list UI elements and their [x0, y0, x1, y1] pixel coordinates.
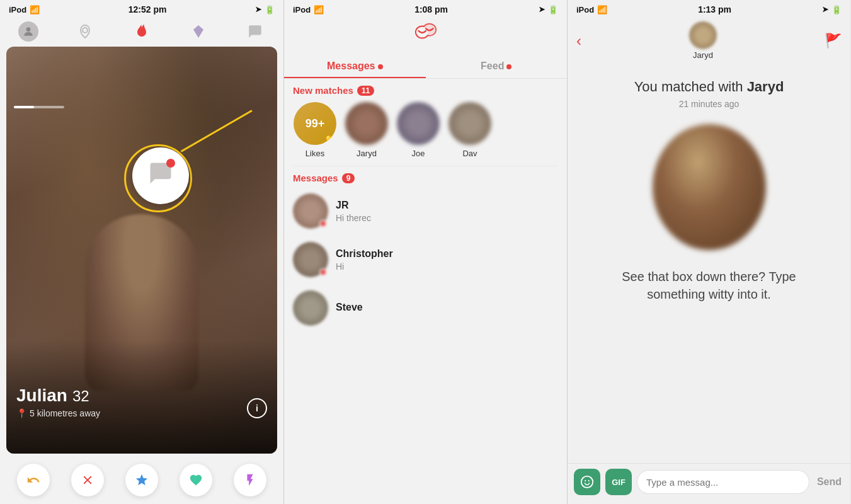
msg-content-jr: JR Hi therec	[336, 200, 558, 223]
status-time-3: 1:13 pm	[698, 4, 731, 14]
card-name-row: Julian 32	[16, 386, 100, 406]
svg-point-0	[26, 27, 31, 32]
rewind-button[interactable]	[17, 464, 50, 496]
tab-messages-label: Messages	[327, 60, 375, 71]
message-input[interactable]	[637, 470, 809, 494]
status-time-2: 1:08 pm	[414, 4, 448, 14]
bolt-button[interactable]	[234, 464, 266, 496]
msg-christopher-online-dot	[319, 268, 327, 276]
chat-nav-icon[interactable]	[244, 20, 266, 43]
msg-avatar-christopher	[293, 242, 328, 277]
msg-content-christopher: Christopher Hi	[336, 248, 558, 272]
status-right-3: ➤ 🔋	[822, 5, 842, 14]
match-dav[interactable]: Dav	[448, 102, 492, 158]
tab-messages[interactable]: Messages	[284, 54, 426, 78]
flame-nav-icon[interactable]	[130, 20, 153, 43]
ipod-label-3: iPod	[576, 5, 594, 14]
diamond-nav-icon[interactable]	[187, 20, 210, 43]
battery-icon-1: 🔋	[265, 5, 275, 14]
match-headline: You matched with Jaryd	[634, 79, 784, 95]
profile-nav-icon[interactable]	[17, 20, 40, 43]
wifi-icon-2: 📶	[314, 5, 324, 14]
likes-avatar: 99+ 💛	[294, 102, 336, 145]
location-nav-icon[interactable]	[74, 20, 96, 43]
match-jaryd-label: Jaryd	[357, 149, 377, 158]
card-name: Julian	[16, 386, 67, 406]
status-bar-3: iPod 📶 1:13 pm ➤ 🔋	[568, 0, 850, 18]
card-age: 32	[72, 387, 89, 405]
location-icon-2: ➤	[539, 5, 545, 14]
status-right-1: ➤ 🔋	[255, 5, 275, 14]
match-joe-avatar	[397, 102, 440, 145]
star-button[interactable]	[125, 464, 158, 496]
match-jaryd[interactable]: Jaryd	[345, 102, 389, 158]
likes-count: 99+	[306, 117, 325, 130]
match-joe[interactable]: Joe	[396, 102, 440, 158]
svg-point-8	[585, 480, 586, 481]
match-time: 21 minutes ago	[679, 99, 740, 109]
flag-button[interactable]: 🚩	[825, 33, 842, 49]
msg-name-steve: Steve	[336, 302, 558, 313]
status-bar-1: iPod 📶 12:52 pm ➤ 🔋	[0, 0, 283, 18]
progress-fill	[14, 106, 34, 108]
screen-match-detail: iPod 📶 1:13 pm ➤ 🔋 ‹ Jaryd 🚩 You matched…	[567, 0, 850, 504]
message-item-jr[interactable]: JR Hi therec	[284, 187, 567, 236]
chat-red-dot	[166, 159, 175, 168]
tinder-chat-icon	[414, 20, 438, 49]
match-name-bold: Jaryd	[747, 79, 784, 94]
close-button[interactable]	[71, 464, 104, 496]
match-dav-avatar	[448, 102, 491, 145]
new-matches-badge: 11	[357, 86, 374, 96]
header-avatar	[689, 21, 717, 49]
msg-preview-christopher: Hi	[336, 261, 558, 272]
wifi-icon-1: 📶	[30, 5, 40, 14]
match-dav-label: Dav	[462, 149, 477, 158]
message-item-steve[interactable]: Steve	[284, 284, 567, 333]
gif-button[interactable]: GIF	[605, 469, 632, 495]
card-info-button[interactable]: i	[247, 398, 267, 418]
match-big-avatar	[653, 124, 766, 250]
card-info: Julian 32 📍 5 kilometres away	[16, 386, 100, 418]
status-bar-2: iPod 📶 1:08 pm ➤ 🔋	[284, 0, 567, 18]
messages-tabs: Messages Feed	[284, 54, 567, 79]
status-left-1: iPod 📶	[9, 5, 40, 14]
messages-header	[284, 18, 567, 54]
match-jaryd-avatar	[345, 102, 388, 145]
new-matches-title: New matches	[293, 85, 353, 96]
new-matches-header: New matches 11	[284, 79, 567, 100]
emoji-button[interactable]	[574, 469, 600, 495]
message-item-christopher[interactable]: Christopher Hi	[284, 236, 567, 284]
battery-icon-3: 🔋	[831, 5, 842, 14]
likes-label: Likes	[306, 149, 324, 158]
ipod-label-1: iPod	[9, 5, 26, 14]
header-profile: Jaryd	[689, 21, 717, 60]
ipod-label-2: iPod	[293, 5, 311, 14]
heart-button[interactable]	[180, 464, 212, 496]
profile-avatar-icon	[18, 21, 38, 42]
distance-text: 5 kilometres away	[30, 408, 100, 418]
likes-match-item[interactable]: 99+ 💛 Likes	[293, 102, 337, 158]
status-left-3: iPod 📶	[576, 5, 607, 14]
match-headline-prefix: You matched with	[634, 79, 747, 94]
messages-section-header: Messages 9	[284, 166, 567, 187]
match-detail-header: ‹ Jaryd 🚩	[568, 18, 850, 66]
match-joe-label: Joe	[412, 149, 425, 158]
status-right-2: ➤ 🔋	[539, 5, 558, 14]
svg-point-7	[581, 476, 593, 488]
location-icon-3: ➤	[822, 5, 828, 14]
chat-notification[interactable]	[132, 147, 189, 204]
status-time-1: 12:52 pm	[129, 4, 167, 14]
card-distance: 📍 5 kilometres away	[16, 408, 100, 418]
send-button[interactable]: Send	[814, 476, 844, 488]
likes-heart-icon: 💛	[326, 135, 336, 145]
action-bar	[0, 457, 283, 504]
msg-preview-jr: Hi therec	[336, 213, 558, 223]
chat-circle[interactable]	[132, 147, 189, 204]
feed-tab-dot	[506, 64, 511, 69]
svg-marker-2	[193, 25, 203, 38]
tab-feed[interactable]: Feed	[426, 54, 568, 78]
wifi-icon-3: 📶	[597, 5, 607, 14]
new-matches-row: 99+ 💛 Likes Jaryd Joe Dav	[284, 100, 567, 166]
back-button[interactable]: ‹	[576, 32, 581, 50]
msg-avatar-steve	[293, 290, 328, 326]
